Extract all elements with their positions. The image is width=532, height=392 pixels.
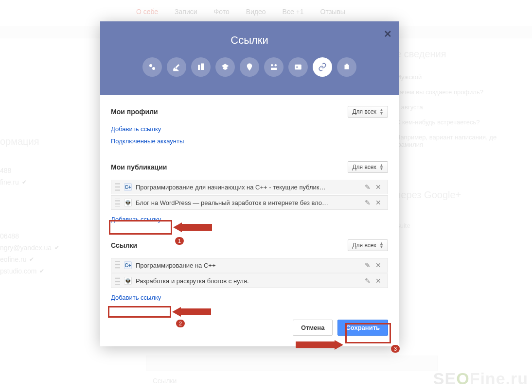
section-contributor: Мои публикации Для всех▲▼ C+ Программиро…: [111, 161, 388, 227]
chevron-sort-icon: ▲▼: [379, 164, 384, 170]
contact-icon[interactable]: [288, 57, 308, 77]
chevron-sort-icon: ▲▼: [379, 242, 384, 249]
drag-handle-icon[interactable]: [115, 277, 120, 285]
close-icon[interactable]: ✕: [373, 261, 384, 269]
modal-header: ✕ Ссылки: [100, 21, 399, 95]
close-icon[interactable]: ✕: [373, 199, 384, 206]
story-icon[interactable]: [167, 57, 186, 77]
section-title: Ссылки: [111, 241, 137, 249]
favicon-icon: C+: [124, 183, 132, 191]
svg-point-8: [296, 67, 298, 68]
pencil-icon[interactable]: ✎: [362, 277, 373, 285]
section-title: Мои профили: [111, 108, 158, 116]
work-icon[interactable]: [191, 57, 211, 77]
svg-point-5: [275, 64, 277, 67]
pencil-icon[interactable]: ✎: [362, 183, 373, 191]
svg-rect-10: [346, 64, 348, 65]
close-icon[interactable]: ✕: [384, 28, 392, 40]
svg-rect-2: [198, 65, 200, 70]
pencil-icon[interactable]: ✎: [362, 199, 373, 206]
svg-point-1: [152, 67, 155, 70]
chevron-sort-icon: ▲▼: [379, 108, 384, 115]
visibility-dropdown[interactable]: Для всех▲▼: [348, 239, 388, 251]
svg-point-4: [271, 64, 273, 67]
close-icon[interactable]: ✕: [373, 183, 384, 191]
link-item-text: Разработка и раскрутка блогов с нуля.: [136, 277, 362, 285]
add-link[interactable]: Добавить ссылку: [111, 216, 161, 223]
svg-rect-9: [345, 65, 349, 69]
apps-icon[interactable]: [337, 57, 356, 77]
link-item-text: Программирование для начинающих на С++ -…: [136, 184, 362, 191]
modal-body: Мои профили Для всех▲▼ Добавить ссылку П…: [100, 95, 399, 320]
drag-handle-icon[interactable]: [115, 199, 120, 206]
visibility-dropdown[interactable]: Для всех▲▼: [348, 106, 388, 118]
close-icon[interactable]: ✕: [373, 277, 384, 285]
favicon-icon: 👽: [124, 199, 132, 206]
modal-footer: Отмена Сохранить: [100, 320, 399, 346]
modal-icon-row: [100, 57, 399, 77]
section-title: Мои публикации: [111, 163, 167, 171]
svg-rect-3: [201, 64, 204, 70]
add-link[interactable]: Добавить ссылку: [111, 294, 161, 301]
svg-point-0: [149, 64, 152, 67]
basic-info-icon[interactable]: [264, 57, 284, 77]
modal-title: Ссылки: [100, 21, 399, 47]
add-link[interactable]: Добавить ссылку: [111, 125, 161, 133]
link-item[interactable]: 👽 Блог на WordPress — реальный заработок…: [111, 195, 388, 210]
connected-accounts-link[interactable]: Подключенные аккаунты: [111, 137, 184, 145]
link-item[interactable]: C+ Программирование для начинающих на С+…: [111, 180, 388, 194]
links-icon[interactable]: [313, 57, 332, 77]
places-icon[interactable]: [240, 57, 259, 77]
cancel-button[interactable]: Отмена: [293, 320, 333, 336]
education-icon[interactable]: [215, 57, 235, 77]
link-item[interactable]: C+ Программирование на С++ ✎ ✕: [111, 258, 388, 273]
svg-rect-6: [271, 68, 277, 70]
link-item[interactable]: 👽 Разработка и раскрутка блогов с нуля. …: [111, 273, 388, 288]
svg-rect-7: [295, 65, 301, 70]
save-button[interactable]: Сохранить: [337, 320, 388, 336]
drag-handle-icon[interactable]: [115, 183, 120, 191]
link-item-text: Блог на WordPress — реальный заработок в…: [136, 199, 362, 206]
section-links: Ссылки Для всех▲▼ C+ Программирование на…: [111, 239, 388, 305]
favicon-icon: 👽: [124, 277, 132, 285]
links-modal: ✕ Ссылки Мои профили Для всех▲▼: [100, 21, 399, 346]
section-my-profiles: Мои профили Для всех▲▼ Добавить ссылку П…: [111, 106, 388, 149]
pencil-icon[interactable]: ✎: [362, 261, 373, 269]
visibility-dropdown[interactable]: Для всех▲▼: [348, 161, 388, 173]
drag-handle-icon[interactable]: [115, 261, 120, 269]
favicon-icon: C+: [124, 261, 132, 269]
tagline-icon[interactable]: [142, 57, 162, 77]
link-item-text: Программирование на С++: [136, 262, 362, 269]
